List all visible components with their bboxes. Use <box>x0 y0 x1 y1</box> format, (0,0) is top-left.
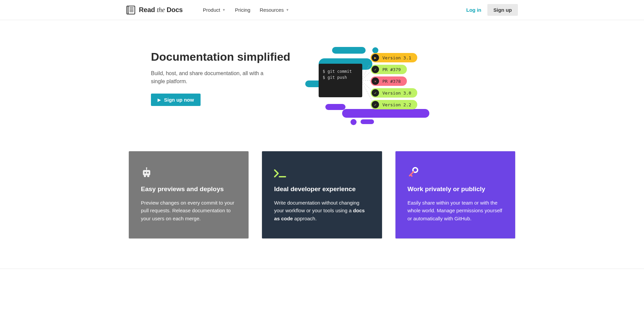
version-pill: ✓PR #379 <box>371 65 407 74</box>
pill-label: Version 2.2 <box>382 102 411 107</box>
check-icon: ✓ <box>372 89 379 97</box>
section-divider <box>0 269 644 269</box>
top-navigation: Read the Docs Product ▼ Pricing Resource… <box>0 0 644 20</box>
features-section: Easy previews and deploys Preview change… <box>0 151 644 259</box>
cta-label: Sign up now <box>164 97 194 103</box>
signup-button[interactable]: Sign up <box>487 4 518 16</box>
robot-icon <box>141 166 236 178</box>
version-pill: ✕PR #378 <box>371 76 407 86</box>
nav-pricing[interactable]: Pricing <box>235 7 250 13</box>
nav-product[interactable]: Product ▼ <box>203 7 226 13</box>
nav-resources-label: Resources <box>260 7 284 13</box>
play-icon: ▶ <box>372 54 379 61</box>
book-icon <box>126 6 136 14</box>
hero-illustration: $ git commit $ git push ▶Version 3.1✓PR … <box>305 50 518 127</box>
pill-label: Version 3.1 <box>382 55 411 60</box>
feature-body: Write documentation without changing you… <box>274 199 370 222</box>
feature-card-previews: Easy previews and deploys Preview change… <box>129 151 249 238</box>
feature-card-developer: Ideal developer experience Write documen… <box>262 151 382 238</box>
check-icon: ✓ <box>372 101 379 108</box>
svg-point-12 <box>145 172 146 174</box>
pill-label: PR #378 <box>382 79 401 84</box>
prompt-icon <box>274 166 370 178</box>
x-icon: ✕ <box>372 77 379 85</box>
svg-line-21 <box>411 175 412 176</box>
feature-title: Work privately or publicly <box>408 185 503 193</box>
hero-title: Documentation simplified <box>151 50 292 63</box>
terminal-snippet: $ git commit $ git push <box>319 64 362 97</box>
signup-now-button[interactable]: ▶ Sign up now <box>151 94 201 106</box>
svg-rect-16 <box>144 175 146 177</box>
play-icon: ▶ <box>158 98 161 102</box>
key-icon <box>408 166 503 178</box>
brand-logo[interactable]: Read the Docs <box>126 6 183 14</box>
nav-product-label: Product <box>203 7 220 13</box>
check-icon: ✓ <box>372 66 379 73</box>
svg-rect-17 <box>147 175 149 177</box>
chevron-down-icon: ▼ <box>222 8 225 12</box>
feature-body: Easily share within your team or with th… <box>408 199 503 222</box>
feature-card-privacy: Work privately or publicly Easily share … <box>395 151 515 238</box>
brand-name: Read the Docs <box>139 6 183 14</box>
pill-label: PR #379 <box>382 67 401 72</box>
nav-pricing-label: Pricing <box>235 7 250 13</box>
version-pill: ▶Version 3.1 <box>371 53 417 62</box>
terminal-line: $ git push <box>323 74 358 80</box>
pill-label: Version 3.0 <box>382 91 411 96</box>
svg-point-13 <box>147 172 149 174</box>
feature-title: Ideal developer experience <box>274 185 370 193</box>
hero-subtitle: Build, host, and share documentation, al… <box>151 69 265 86</box>
terminal-line: $ git commit <box>323 68 358 74</box>
primary-nav: Product ▼ Pricing Resources ▼ <box>203 7 289 13</box>
feature-title: Easy previews and deploys <box>141 185 236 193</box>
feature-body: Preview changes on every commit to your … <box>141 199 236 222</box>
chevron-down-icon: ▼ <box>286 8 289 12</box>
hero-section: Documentation simplified Build, host, an… <box>121 20 523 151</box>
login-link[interactable]: Log in <box>466 7 481 13</box>
nav-resources[interactable]: Resources ▼ <box>260 7 289 13</box>
version-pill: ✓Version 3.0 <box>371 88 417 98</box>
svg-rect-11 <box>143 170 150 175</box>
version-pill: ✓Version 2.2 <box>371 100 417 109</box>
svg-point-15 <box>146 167 147 169</box>
